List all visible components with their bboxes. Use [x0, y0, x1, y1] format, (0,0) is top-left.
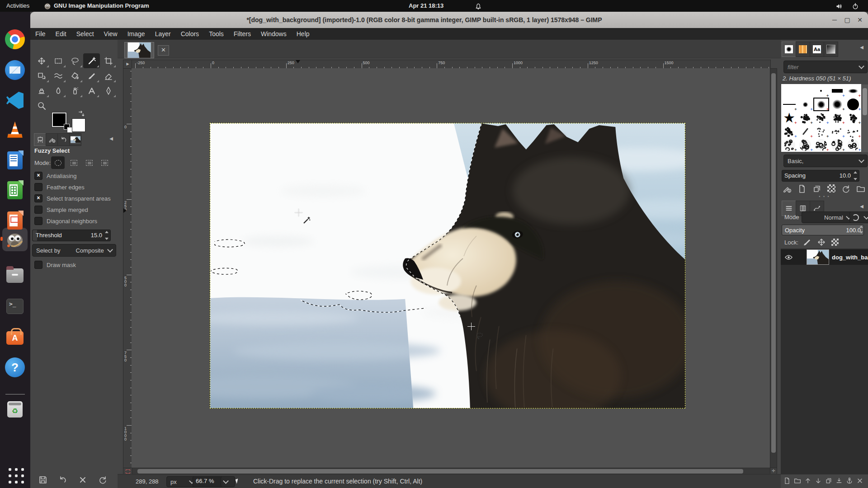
panel-menu-arrow[interactable]: ◀ — [108, 136, 114, 142]
horizontal-ruler[interactable]: -2500250500750100012501500 — [132, 60, 771, 69]
tool-airbrush[interactable] — [66, 83, 83, 98]
checkbox-diagonal-neighbors[interactable]: Diagonal neighbors — [34, 216, 97, 225]
dock-gimp[interactable] — [4, 229, 26, 250]
brush-filter-input[interactable]: filter — [783, 61, 868, 73]
checkbox-feather-edges[interactable]: Feather edges — [34, 183, 85, 192]
brush-soft-s[interactable]: + — [797, 98, 813, 111]
mode-switch-button[interactable] — [849, 211, 868, 223]
brush-specks3[interactable]: + — [845, 125, 861, 138]
spacing-slider[interactable]: Spacing 10.0 — [782, 170, 859, 182]
ruler-corner-menu-button[interactable]: ▶ — [123, 60, 132, 69]
image-layer[interactable] — [210, 123, 685, 408]
title-bar[interactable]: *[dog_with_background] (imported)-1.0 (R… — [30, 12, 868, 28]
layer-list[interactable]: dog_with_ba — [781, 249, 868, 474]
new-brush-icon[interactable] — [797, 184, 807, 193]
dock-ubuntu-software[interactable]: A — [4, 326, 26, 347]
save-tool-preset-icon[interactable] — [38, 475, 47, 484]
checkbox-draw-mask[interactable]: Draw mask — [34, 260, 76, 269]
brush-specks2[interactable]: + — [829, 125, 845, 138]
tool-zoom[interactable] — [33, 98, 50, 113]
threshold-spinner[interactable] — [104, 231, 109, 240]
tool-bucket-fill[interactable] — [66, 68, 83, 83]
close-button[interactable]: ✕ — [854, 15, 865, 25]
mode-intersect-button[interactable] — [98, 156, 111, 169]
vertical-scrollbar[interactable] — [770, 68, 777, 469]
activities-button[interactable]: Activities — [6, 0, 29, 12]
opacity-slider[interactable]: Opacity 100.0 — [782, 225, 864, 235]
merge-down-icon[interactable] — [834, 476, 844, 485]
dock-libreoffice-impress[interactable] — [4, 210, 26, 231]
open-brush-as-image-icon[interactable] — [856, 184, 865, 193]
reset-tool-options-icon[interactable] — [98, 475, 107, 484]
delete-tool-preset-icon[interactable] — [78, 475, 87, 484]
tab-gradients[interactable] — [824, 42, 838, 57]
brush-soft-m[interactable]: + — [813, 98, 829, 111]
brush-splat1[interactable]: + — [797, 111, 813, 125]
swap-colors-icon[interactable] — [77, 110, 85, 117]
new-layer-group-icon[interactable] — [792, 476, 802, 485]
checkbox-sample-merged[interactable]: Sample merged — [34, 205, 88, 214]
menu-select[interactable]: Select — [71, 28, 99, 40]
mode-subtract-button[interactable] — [82, 156, 96, 169]
new-layer-icon[interactable] — [782, 476, 792, 485]
layer-thumbnail[interactable] — [807, 249, 829, 265]
refresh-brushes-icon[interactable] — [841, 184, 850, 193]
minimize-button[interactable]: ─ — [829, 15, 840, 25]
tab-device-status[interactable] — [46, 133, 58, 146]
background-color-swatch[interactable] — [72, 118, 85, 132]
brush-blank[interactable] — [781, 84, 797, 98]
duplicate-layer-icon[interactable] — [823, 476, 834, 485]
brush-ellipse[interactable]: + — [845, 84, 861, 98]
menu-layer[interactable]: Layer — [150, 28, 176, 40]
tool-unified-transform[interactable] — [33, 68, 50, 83]
menu-filters[interactable]: Filters — [229, 28, 256, 40]
dock-vlc[interactable] — [4, 119, 26, 141]
tool-eraser[interactable] — [100, 68, 117, 83]
opacity-spinner[interactable] — [859, 225, 864, 234]
brush-grid[interactable]: ++++++++★+++++++++++++++ — [781, 84, 861, 152]
anchor-layer-icon[interactable] — [844, 476, 854, 485]
select-by-dropdown[interactable]: Select by Composite — [32, 244, 116, 257]
tool-rectangle-select[interactable] — [50, 53, 66, 68]
brush-soft-l[interactable]: + — [829, 98, 845, 111]
brush-star[interactable]: ★+ — [781, 111, 797, 125]
menu-file[interactable]: File — [30, 28, 51, 40]
focused-app-name[interactable]: GNU Image Manipulation Program — [54, 0, 149, 12]
panel-menu-arrow[interactable]: ◀ — [859, 44, 865, 51]
tool-fuzzy-select[interactable] — [83, 53, 100, 68]
tab-fonts[interactable]: Aa — [810, 42, 824, 57]
tool-paintbrush[interactable] — [83, 68, 100, 83]
restore-tool-preset-icon[interactable] — [58, 475, 67, 484]
tab-patterns[interactable] — [796, 42, 810, 57]
image-tab-thumbnail[interactable] — [124, 42, 154, 58]
dock-libreoffice-writer[interactable] — [4, 150, 26, 171]
duplicate-brush-icon[interactable] — [812, 184, 821, 193]
brush-cells2[interactable]: + — [797, 138, 813, 152]
brush-splat2[interactable]: + — [813, 111, 829, 125]
clock[interactable]: Apr 21 18:13 — [409, 0, 443, 12]
brush-grid-scrollbar[interactable] — [861, 84, 868, 153]
panel-menu-arrow[interactable]: ◀ — [859, 203, 865, 210]
layer-row[interactable]: dog_with_ba — [781, 249, 868, 265]
dock-app-grid[interactable] — [4, 464, 26, 485]
brush-bar[interactable]: + — [829, 84, 845, 98]
brush-specks1[interactable]: + — [813, 125, 829, 138]
tab-tool-options[interactable] — [34, 133, 46, 146]
brush-splat4[interactable]: + — [845, 111, 861, 125]
layer-mode-dropdown[interactable]: Normal — [802, 211, 855, 223]
menu-image[interactable]: Image — [123, 28, 150, 40]
dock-trash[interactable]: ♻ — [4, 399, 26, 420]
lock-position-icon[interactable] — [817, 238, 826, 247]
brush-blank[interactable] — [797, 84, 813, 98]
brush-line[interactable]: + — [781, 98, 797, 111]
tool-smudge[interactable] — [50, 83, 66, 98]
brush-splat5[interactable]: + — [781, 125, 797, 138]
threshold-slider[interactable]: Threshold 15.0 — [32, 230, 111, 241]
brush-stroke[interactable]: + — [797, 125, 813, 138]
tool-warp-transform[interactable] — [50, 68, 66, 83]
tool-ink[interactable] — [100, 83, 117, 98]
layer-visibility-eye-icon[interactable] — [784, 253, 793, 262]
layer-name[interactable]: dog_with_ba — [832, 254, 868, 261]
threshold-value[interactable]: 15.0 — [91, 230, 102, 240]
checkbox-antialiasing[interactable]: ×Antialiasing — [34, 171, 77, 180]
